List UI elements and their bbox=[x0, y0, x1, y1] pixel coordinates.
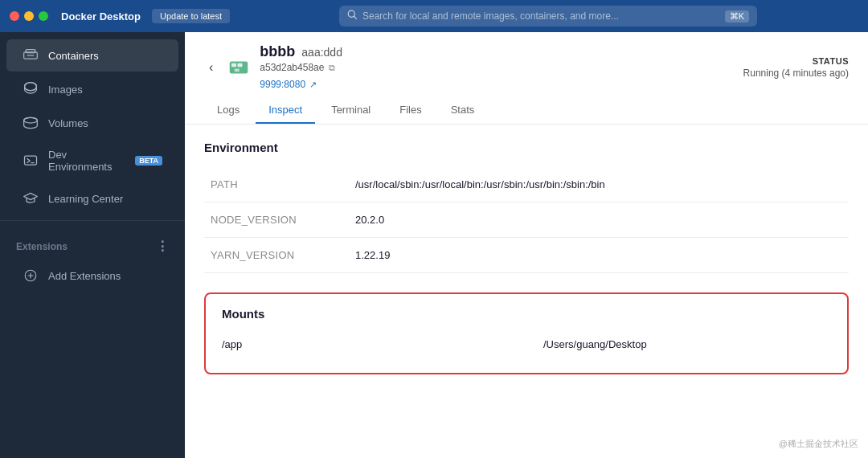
container-tag: aaa:ddd bbox=[301, 46, 342, 59]
maximize-button[interactable] bbox=[39, 11, 48, 21]
env-key-path: PATH bbox=[204, 167, 349, 202]
sidebar-item-devenv-label: Dev Environments bbox=[48, 149, 125, 173]
status-value: Running (4 minutes ago) bbox=[743, 67, 849, 79]
container-name: bbbb bbox=[260, 43, 295, 60]
update-button[interactable]: Update to latest bbox=[152, 9, 230, 23]
app-name: Docker Desktop bbox=[61, 10, 141, 22]
mount-row: /app /Users/guang/Desktop bbox=[222, 332, 831, 357]
search-input[interactable] bbox=[362, 10, 720, 22]
minimize-button[interactable] bbox=[24, 11, 34, 21]
table-row: YARN_VERSION 1.22.19 bbox=[204, 238, 849, 273]
close-button[interactable] bbox=[10, 11, 19, 21]
tab-files[interactable]: Files bbox=[387, 97, 434, 124]
search-icon bbox=[347, 9, 358, 23]
sidebar-item-containers-label: Containers bbox=[48, 50, 99, 62]
env-val-path: /usr/local/sbin:/usr/local/bin:/usr/sbin… bbox=[349, 167, 849, 202]
sidebar-extensions-section: Extensions ⋮ bbox=[0, 226, 185, 259]
watermark: @稀土掘金技术社区 bbox=[779, 438, 858, 450]
tab-terminal[interactable]: Terminal bbox=[318, 97, 383, 124]
external-link-icon: ↗ bbox=[309, 80, 317, 89]
sidebar-item-volumes[interactable]: Volumes bbox=[6, 107, 178, 139]
sidebar: Containers Images Volumes bbox=[0, 32, 185, 458]
extensions-more-icon[interactable]: ⋮ bbox=[156, 239, 169, 254]
mounts-section: Mounts /app /Users/guang/Desktop bbox=[204, 292, 849, 374]
tabs: Logs Inspect Terminal Files Stats bbox=[204, 97, 849, 124]
container-info-row: ‹ bbbb aaa:ddd a53d2ab458ae bbox=[204, 43, 849, 91]
extensions-label: Extensions bbox=[16, 241, 68, 252]
container-port-link[interactable]: 9999:8080 bbox=[260, 79, 305, 90]
content-body: Environment PATH /usr/local/sbin:/usr/lo… bbox=[185, 125, 868, 458]
beta-badge: BETA bbox=[135, 156, 162, 166]
learning-icon bbox=[23, 190, 39, 207]
container-id: a53d2ab458ae bbox=[260, 62, 324, 73]
traffic-lights bbox=[10, 11, 48, 21]
sidebar-item-add-extensions[interactable]: Add Extensions bbox=[6, 260, 178, 292]
table-row: NODE_VERSION 20.2.0 bbox=[204, 202, 849, 238]
sidebar-item-images-label: Images bbox=[48, 84, 83, 96]
sidebar-item-learning-center[interactable]: Learning Center bbox=[6, 182, 178, 215]
main-layout: Containers Images Volumes bbox=[0, 32, 868, 458]
svg-rect-17 bbox=[235, 68, 240, 72]
container-id-row: a53d2ab458ae ⧉ bbox=[260, 62, 342, 73]
devenv-icon bbox=[23, 153, 39, 169]
env-val-yarn: 1.22.19 bbox=[349, 238, 849, 273]
svg-rect-9 bbox=[25, 156, 37, 165]
table-row: PATH /usr/local/sbin:/usr/local/bin:/usr… bbox=[204, 167, 849, 202]
volumes-icon bbox=[23, 115, 39, 131]
add-extensions-label: Add Extensions bbox=[48, 270, 121, 282]
container-port-row: 9999:8080 ↗ bbox=[260, 76, 342, 91]
sidebar-item-images[interactable]: Images bbox=[6, 73, 178, 105]
status-label: STATUS bbox=[743, 56, 849, 66]
svg-line-1 bbox=[354, 17, 357, 19]
svg-rect-15 bbox=[231, 63, 236, 67]
search-bar[interactable]: ⌘K bbox=[339, 6, 757, 27]
sidebar-item-dev-environments[interactable]: Dev Environments BETA bbox=[6, 141, 178, 181]
copy-icon[interactable]: ⧉ bbox=[329, 63, 335, 73]
container-icon bbox=[226, 55, 252, 80]
titlebar: Docker Desktop Update to latest ⌘K bbox=[0, 0, 868, 32]
status-section: STATUS Running (4 minutes ago) bbox=[743, 56, 849, 79]
svg-point-8 bbox=[24, 117, 38, 123]
sidebar-item-volumes-label: Volumes bbox=[48, 117, 88, 129]
env-key-node: NODE_VERSION bbox=[204, 202, 349, 238]
container-title: bbbb aaa:ddd a53d2ab458ae ⧉ 9999:8080 ↗ bbox=[260, 43, 342, 91]
env-val-node: 20.2.0 bbox=[349, 202, 849, 238]
sidebar-item-learning-label: Learning Center bbox=[48, 193, 123, 205]
mount-dest: /Users/guang/Desktop bbox=[543, 338, 647, 350]
environment-title: Environment bbox=[204, 141, 849, 154]
env-key-yarn: YARN_VERSION bbox=[204, 238, 349, 273]
svg-rect-16 bbox=[238, 63, 243, 67]
mount-source: /app bbox=[222, 338, 383, 350]
sidebar-divider bbox=[0, 220, 185, 221]
containers-icon bbox=[23, 47, 39, 63]
sidebar-item-containers[interactable]: Containers bbox=[6, 39, 178, 72]
add-extensions-icon bbox=[23, 268, 39, 284]
tab-inspect[interactable]: Inspect bbox=[256, 97, 315, 124]
container-name-row: bbbb aaa:ddd bbox=[260, 43, 342, 60]
tab-logs[interactable]: Logs bbox=[204, 97, 252, 124]
environment-table: PATH /usr/local/sbin:/usr/local/bin:/usr… bbox=[204, 167, 849, 273]
back-button[interactable]: ‹ bbox=[204, 59, 218, 76]
images-icon bbox=[23, 81, 39, 97]
content-area: ‹ bbbb aaa:ddd a53d2ab458ae bbox=[185, 32, 868, 458]
tab-stats[interactable]: Stats bbox=[438, 97, 488, 124]
mounts-title: Mounts bbox=[222, 307, 831, 321]
container-header: ‹ bbbb aaa:ddd a53d2ab458ae bbox=[185, 32, 868, 125]
kbd-shortcut: ⌘K bbox=[725, 10, 749, 22]
